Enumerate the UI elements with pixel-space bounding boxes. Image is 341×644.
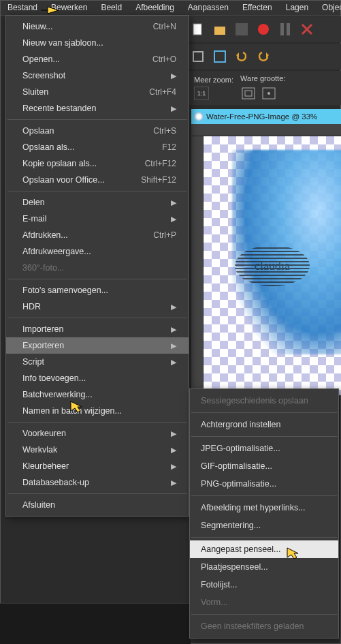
submenu-item[interactable]: Achtergrond instellen	[190, 416, 338, 433]
submenu-arrow-icon: ▶	[171, 358, 176, 367]
submenu-arrow-icon: ▶	[171, 341, 176, 350]
menu-objecten[interactable]: Objecten	[315, 1, 341, 15]
submenu-arrow-icon: ▶	[171, 72, 176, 80]
menu-item-label: Kopie opslaan als...	[22, 159, 97, 168]
menu-item-label: Nieuw...	[22, 22, 52, 31]
submenu-item[interactable]: PNG-optimalisatie...	[190, 475, 338, 493]
menu-item[interactable]: HDR▶	[6, 298, 189, 315]
submenu-item[interactable]: Segmentering...	[190, 517, 338, 534]
crop-icon[interactable]	[190, 48, 206, 65]
menu-item-label: Script	[22, 357, 44, 367]
menu-item-label: Opslaan	[22, 126, 54, 136]
menu-item[interactable]: Nieuw van sjabloon...	[6, 35, 189, 51]
menu-shortcut: Ctrl+N	[153, 22, 176, 31]
menu-item-label: Batchverwerking...	[22, 390, 93, 399]
svg-point-3	[258, 24, 269, 35]
menu-item[interactable]: Screenshot▶	[6, 67, 189, 84]
menu-item[interactable]: Exporteren▶	[6, 337, 189, 354]
submenu-item[interactable]: Aangepast penseel...	[190, 540, 338, 558]
menu-separator	[191, 412, 337, 413]
document-tab[interactable]: Water-Free-PNG-Image @ 33%	[191, 109, 341, 124]
open-icon[interactable]	[212, 21, 228, 37]
menu-separator	[7, 318, 187, 318]
svg-rect-7	[214, 51, 225, 62]
menu-separator	[191, 436, 337, 437]
submenu-item[interactable]: Fotolijst...	[190, 576, 338, 594]
menu-item-label: Opslaan voor Office...	[22, 175, 105, 185]
submenu-item[interactable]: Afbeelding met hyperlinks...	[190, 499, 338, 517]
menu-item[interactable]: Databaseback-up▶	[6, 474, 189, 491]
submenu-item[interactable]: JPEG-optimalisatie...	[190, 440, 338, 457]
menu-separator	[7, 191, 187, 191]
menu-item[interactable]: Afdrukken...Ctrl+P	[6, 227, 189, 243]
svg-rect-1	[214, 27, 225, 35]
menu-item[interactable]: Batchverwerking...	[6, 386, 189, 403]
canvas[interactable]: claudia	[204, 136, 341, 395]
menu-item[interactable]: OpslaanCtrl+S	[6, 123, 189, 139]
menu-item[interactable]: Recente bestanden▶	[6, 100, 189, 117]
menu-item-label: Kleurbeheer	[22, 461, 69, 471]
new-icon[interactable]	[190, 21, 206, 37]
menu-item-label: Delen	[22, 198, 45, 207]
menu-separator	[7, 279, 187, 279]
menu-bewerken[interactable]: Bewerken	[44, 1, 94, 15]
submenu-item: Vorm...	[190, 594, 338, 611]
zoom-panel: Meer zoom: 1:1 Ware grootte:	[188, 71, 341, 105]
menu-item[interactable]: Importeren▶	[6, 321, 189, 337]
fit-screen-icon[interactable]	[261, 85, 277, 102]
redo-icon[interactable]	[255, 48, 272, 65]
menu-item-label: Namen in batch wijzigen...	[22, 406, 122, 416]
menu-lagen[interactable]: Lagen	[279, 1, 315, 15]
canvas-area: Water-Free-PNG-Image @ 33% claudia	[191, 109, 341, 395]
toolbar-2	[184, 44, 341, 70]
menu-item-label: E-mail	[22, 214, 46, 224]
submenu-item[interactable]: GIF-optimalisatie...	[190, 457, 338, 475]
record-icon[interactable]	[255, 21, 272, 37]
menu-item-label: HDR	[22, 302, 41, 311]
menu-item[interactable]: Delen▶	[6, 194, 189, 211]
submenu-item[interactable]: Plaatjespenseel...	[190, 558, 338, 576]
undo-icon[interactable]	[233, 48, 250, 65]
menu-bestand[interactable]: Bestand	[1, 1, 44, 15]
menu-item[interactable]: Opslaan als...F12	[6, 139, 189, 155]
menu-item[interactable]: Voorkeuren▶	[6, 425, 189, 442]
menu-item-label: Info toevoegen...	[22, 373, 86, 383]
menu-item[interactable]: Foto's samenvoegen...	[6, 282, 189, 298]
zoom-1to1-icon[interactable]: 1:1	[194, 87, 209, 100]
svg-point-11	[267, 92, 270, 95]
menubar: BestandBewerkenBeeldAfbeeldingAanpassenE…	[1, 1, 340, 16]
menu-item-label: Screenshot	[22, 71, 65, 80]
menu-item[interactable]: Kopie opslaan als...Ctrl+F12	[6, 155, 189, 172]
pause-icon[interactable]	[277, 21, 293, 37]
menu-afbeelding[interactable]: Afbeelding	[129, 1, 181, 15]
menu-aanpassen[interactable]: Aanpassen	[181, 1, 236, 15]
menu-item[interactable]: Afdrukweergave...	[6, 243, 189, 260]
fit-icon[interactable]	[212, 48, 228, 65]
submenu-arrow-icon: ▶	[171, 462, 176, 471]
submenu-item: Geen insteekfilters geladen	[190, 617, 338, 635]
stop-icon[interactable]	[233, 21, 250, 37]
menu-item[interactable]: Afsluiten	[6, 497, 189, 513]
menu-effecten[interactable]: Effecten	[236, 1, 279, 15]
menu-item[interactable]: SluitenCtrl+F4	[6, 84, 189, 100]
menu-beeld[interactable]: Beeld	[94, 1, 129, 15]
submenu-arrow-icon: ▶	[171, 303, 176, 311]
menu-item-label: Recente bestanden	[22, 104, 96, 113]
document-icon	[194, 112, 204, 121]
menu-item[interactable]: Script▶	[6, 354, 189, 370]
submenu-arrow-icon: ▶	[171, 104, 176, 113]
menu-item[interactable]: E-mail▶	[6, 211, 189, 227]
menu-separator	[7, 493, 187, 494]
menu-shortcut: Shift+F12	[141, 175, 176, 185]
menu-item[interactable]: Kleurbeheer▶	[6, 458, 189, 474]
menu-item[interactable]: Opslaan voor Office...Shift+F12	[6, 172, 189, 188]
menu-item[interactable]: Werkvlak▶	[6, 442, 189, 458]
close-icon[interactable]	[299, 21, 315, 37]
menu-separator	[191, 614, 337, 615]
fit-window-icon[interactable]	[240, 85, 257, 102]
menu-item[interactable]: Namen in batch wijzigen...	[6, 403, 189, 419]
menu-item[interactable]: Openen...Ctrl+O	[6, 51, 189, 67]
menu-item[interactable]: Info toevoegen...	[6, 370, 189, 386]
menu-item[interactable]: Nieuw...Ctrl+N	[6, 18, 189, 35]
menu-item-label: Afdrukken...	[22, 230, 68, 240]
